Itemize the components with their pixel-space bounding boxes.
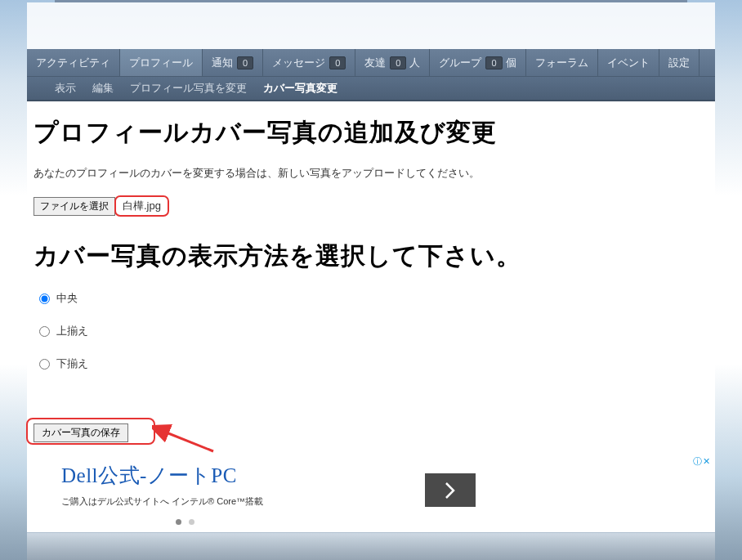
nav-tab-label: 設定 xyxy=(668,56,690,70)
ad-title[interactable]: Dell公式-ノートPC xyxy=(61,462,715,489)
subnav-item-2[interactable]: プロフィール写真を変更 xyxy=(130,81,247,96)
radio-label: 中央 xyxy=(56,291,78,306)
subnav-item-3[interactable]: カバー写真変更 xyxy=(263,81,337,96)
save-cover-button[interactable]: カバー写真の保存 xyxy=(34,423,128,442)
ad-subtitle: ご購入はデル公式サイトへ インテル® Core™搭載 xyxy=(61,495,715,508)
nav-badge: 0 xyxy=(237,56,253,69)
nav-tab-4[interactable]: 友達0人 xyxy=(355,49,430,76)
main-nav: アクティビティプロフィール通知0メッセージ0友達0人グループ0個フォーラムイベン… xyxy=(27,49,715,77)
arrow-annotation xyxy=(152,417,217,458)
sub-nav: 表示編集プロフィール写真を変更カバー写真変更 xyxy=(27,77,715,101)
nav-tab-label: メッセージ xyxy=(272,56,325,70)
ad-close-icon[interactable]: ✕ xyxy=(703,456,711,466)
nav-tab-6[interactable]: フォーラム xyxy=(526,49,598,76)
radio-row-2: 下揃え xyxy=(39,356,715,371)
nav-tab-label: イベント xyxy=(607,56,650,70)
ad-next-button[interactable] xyxy=(425,473,476,507)
nav-tab-8[interactable]: 設定 xyxy=(659,49,700,76)
svg-line-1 xyxy=(164,432,213,451)
nav-badge: 0 xyxy=(485,56,502,69)
nav-badge-suffix: 人 xyxy=(409,56,420,70)
nav-tab-label: グループ xyxy=(439,56,481,70)
nav-tab-2[interactable]: 通知0 xyxy=(203,49,263,76)
radio-row-1: 上揃え xyxy=(39,324,715,338)
ad-info-icons[interactable]: ⓘ✕ xyxy=(693,455,711,468)
selected-filename: 白樺.jpg xyxy=(114,195,169,217)
ad-banner: ⓘ✕ Dell公式-ノートPC ご購入はデル公式サイトへ インテル® Core™… xyxy=(27,454,715,532)
header-space xyxy=(27,2,715,49)
nav-tab-3[interactable]: メッセージ0 xyxy=(263,49,355,76)
chevron-right-icon xyxy=(445,482,456,500)
ad-dot[interactable] xyxy=(189,519,194,525)
nav-tab-1[interactable]: プロフィール xyxy=(120,49,203,76)
section-title: カバー写真の表示方法を選択して下さい。 xyxy=(34,240,715,273)
subnav-item-1[interactable]: 編集 xyxy=(92,81,114,96)
ad-dot[interactable] xyxy=(176,519,181,525)
nav-tab-0[interactable]: アクティビティ xyxy=(27,49,120,76)
nav-tab-label: 通知 xyxy=(212,56,233,70)
nav-badge: 0 xyxy=(329,56,346,69)
align-radio-1[interactable] xyxy=(39,326,50,337)
nav-badge-suffix: 個 xyxy=(506,56,516,70)
radio-row-0: 中央 xyxy=(39,291,715,306)
radio-label: 上揃え xyxy=(56,324,88,338)
nav-tab-label: プロフィール xyxy=(129,56,193,70)
page-description: あなたのプロフィールのカバーを変更する場合は、新しい写真をアップロードしてくださ… xyxy=(34,166,715,181)
radio-label: 下揃え xyxy=(56,356,88,371)
page-content: プロフィールカバー写真の追加及び変更 あなたのプロフィールのカバーを変更する場合… xyxy=(27,101,715,532)
nav-tab-5[interactable]: グループ0個 xyxy=(430,49,525,76)
nav-badge: 0 xyxy=(390,56,406,69)
nav-tab-label: 友達 xyxy=(364,56,386,70)
file-chooser-row: ファイルを選択 白樺.jpg xyxy=(34,195,715,217)
align-radio-0[interactable] xyxy=(39,293,50,304)
subnav-item-0[interactable]: 表示 xyxy=(55,81,76,96)
footer-bg xyxy=(27,532,715,560)
ad-info-icon[interactable]: ⓘ xyxy=(693,456,703,466)
nav-tab-label: アクティビティ xyxy=(36,56,110,70)
nav-tab-label: フォーラム xyxy=(535,56,588,70)
ad-pagination-dots[interactable] xyxy=(176,519,194,525)
page-title: プロフィールカバー写真の追加及び変更 xyxy=(34,116,715,150)
align-radio-2[interactable] xyxy=(39,359,50,370)
nav-tab-7[interactable]: イベント xyxy=(598,49,659,76)
file-select-button[interactable]: ファイルを選択 xyxy=(34,197,115,216)
